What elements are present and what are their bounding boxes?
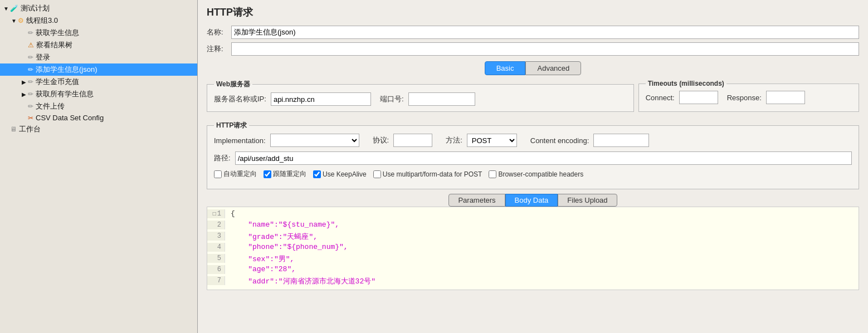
connect-input[interactable] (679, 91, 718, 104)
code-line-2: 2 "name":"${stu_name}", (207, 221, 859, 232)
sidebar-item-label-1: 察看结果树 (36, 40, 72, 50)
spacer-icon-1 (20, 42, 28, 48)
view-icon-1: ⚠ (28, 41, 34, 49)
name-input[interactable] (231, 26, 859, 39)
body-tab-bar: Parameters Body Data Files Upload (207, 194, 859, 207)
timeouts-row: Connect: Response: (646, 91, 852, 104)
name-label: 名称: (207, 27, 229, 37)
edit-icon-5: ✏ (28, 90, 33, 98)
server-row: 服务器名称或IP: 端口号: (214, 92, 627, 106)
code-line-7: 7 "addr":"河南省济源市北海大道32号" (207, 276, 859, 287)
spacer-icon-wb (2, 126, 10, 133)
keepalive-checkbox[interactable] (313, 170, 321, 178)
code-content-2[interactable]: "name":"${stu_name}", (225, 221, 859, 229)
tab-files-upload[interactable]: Files Upload (558, 194, 617, 207)
sidebar-item-group[interactable]: ▼ ⚙ 线程组3.0 (0, 14, 197, 27)
code-content-3[interactable]: "grade":"天蝎座", (225, 232, 859, 242)
response-input[interactable] (766, 91, 805, 104)
code-line-3: 3 "grade":"天蝎座", (207, 232, 859, 243)
sidebar-item-label-6: 文件上传 (36, 101, 65, 111)
line-num-6: 6 (207, 265, 225, 274)
port-input[interactable] (408, 92, 475, 106)
tab-basic[interactable]: Basic (485, 61, 526, 75)
port-label: 端口号: (380, 94, 404, 104)
path-label: 路径: (214, 153, 231, 163)
checkbox-row: 自动重定向 跟随重定向 Use KeepAlive Use multipart/… (214, 169, 852, 179)
sidebar-item-csv[interactable]: ✂ CSV Data Set Config (0, 112, 197, 123)
path-row: 路径: (214, 151, 852, 165)
tab-body-data[interactable]: Body Data (505, 194, 558, 207)
code-content-1[interactable]: { (225, 209, 859, 218)
code-line-6: 6 "age":"28", (207, 265, 859, 276)
follow-redirect-label: 跟随重定向 (273, 169, 306, 179)
checkbox-follow-redirect[interactable]: 跟随重定向 (264, 169, 306, 179)
code-line-1: □ 1 { (207, 209, 859, 221)
checkbox-multipart[interactable]: Use multipart/form-data for POST (373, 170, 482, 178)
spacer-icon-3 (20, 67, 28, 73)
sidebar-item-label-2: 登录 (36, 52, 50, 62)
sidebar-item-label-0: 获取学生信息 (36, 28, 79, 38)
line-num-7: 7 (207, 276, 225, 285)
comment-input[interactable] (231, 42, 859, 56)
http-request-section: HTTP请求 Implementation: 协议: 方法: POST GET … (207, 121, 859, 189)
page-title: HTTP请求 (207, 6, 859, 19)
timeouts-legend: Timeouts (milliseconds) (646, 80, 726, 87)
sidebar-item-workbench[interactable]: 🖥 工作台 (0, 123, 197, 135)
multipart-label: Use multipart/form-data for POST (383, 170, 482, 178)
sidebar-item-login[interactable]: ✏ 登录 (0, 51, 197, 63)
spacer-icon-6 (20, 104, 28, 110)
workbench-icon: 🖥 (10, 125, 17, 133)
checkbox-browser-headers[interactable]: Browser-compatible headers (489, 170, 583, 178)
line-num-4: 4 (207, 243, 225, 252)
expand-icon-4: ▶ (20, 79, 28, 85)
sidebar-item-coin-charge[interactable]: ▶ ✏ 学生金币充值 (0, 76, 197, 88)
sidebar: ▼ 🧪 测试计划 ▼ ⚙ 线程组3.0 ✏ 获取学生信息 ⚠ 察看结果树 ✏ 登… (0, 0, 198, 333)
checkbox-auto-redirect[interactable]: 自动重定向 (214, 169, 257, 179)
auto-redirect-label: 自动重定向 (223, 169, 257, 179)
main-tab-bar: Basic Advanced (207, 61, 859, 75)
sidebar-item-get-all[interactable]: ▶ ✏ 获取所有学生信息 (0, 88, 197, 100)
impl-label: Implementation: (214, 136, 266, 145)
response-label: Response: (727, 94, 762, 102)
edit-icon-4: ✏ (28, 78, 33, 86)
web-server-legend: Web服务器 (214, 80, 252, 89)
follow-redirect-checkbox[interactable] (264, 170, 271, 178)
auto-redirect-checkbox[interactable] (214, 170, 222, 178)
web-server-section: Web服务器 服务器名称或IP: 端口号: (207, 80, 634, 112)
sidebar-item-root[interactable]: ▼ 🧪 测试计划 (0, 2, 197, 14)
multipart-checkbox[interactable] (373, 170, 381, 178)
sidebar-item-view-tree[interactable]: ⚠ 察看结果树 (0, 39, 197, 51)
tab-advanced[interactable]: Advanced (525, 61, 581, 75)
method-label: 方法: (446, 135, 462, 145)
server-name-input[interactable] (271, 92, 371, 106)
code-line-4: 4 "phone":"${phone_num}", (207, 243, 859, 254)
code-content-6[interactable]: "age":"28", (225, 265, 859, 273)
content-enc-label: Content encoding: (530, 136, 589, 145)
protocol-label: 协议: (373, 135, 389, 145)
spacer-icon-7 (20, 115, 28, 121)
main-panel: HTTP请求 名称: 注释: Basic Advanced Web服务器 服务器… (198, 0, 868, 333)
collapse-icon-1[interactable]: □ (213, 211, 216, 217)
edit-icon-0: ✏ (28, 29, 33, 37)
code-content-7[interactable]: "addr":"河南省济源市北海大道32号" (225, 276, 859, 286)
sidebar-item-root-label: 测试计划 (21, 3, 50, 13)
browser-headers-label: Browser-compatible headers (498, 170, 583, 178)
timeouts-section: Timeouts (milliseconds) Connect: Respons… (638, 80, 859, 112)
tab-parameters[interactable]: Parameters (448, 194, 505, 207)
sidebar-item-add-student[interactable]: ✏ 添加学生信息(json) (0, 63, 197, 76)
line-num-2: 2 (207, 221, 225, 229)
browser-headers-checkbox[interactable] (489, 170, 496, 178)
protocol-input[interactable] (393, 134, 432, 147)
impl-select[interactable] (270, 134, 359, 147)
content-enc-input[interactable] (593, 134, 649, 147)
code-content-4[interactable]: "phone":"${phone_num}", (225, 243, 859, 251)
line-num-3: 3 (207, 232, 225, 241)
checkbox-keepalive[interactable]: Use KeepAlive (313, 170, 367, 178)
path-input[interactable] (235, 151, 852, 165)
http-request-legend: HTTP请求 (214, 121, 249, 130)
method-select[interactable]: POST GET PUT DELETE (467, 134, 517, 147)
sidebar-workbench-label: 工作台 (19, 124, 41, 134)
sidebar-item-get-student[interactable]: ✏ 获取学生信息 (0, 27, 197, 39)
code-content-5[interactable]: "sex":"男", (225, 254, 859, 264)
sidebar-item-file-upload[interactable]: ✏ 文件上传 (0, 100, 197, 112)
